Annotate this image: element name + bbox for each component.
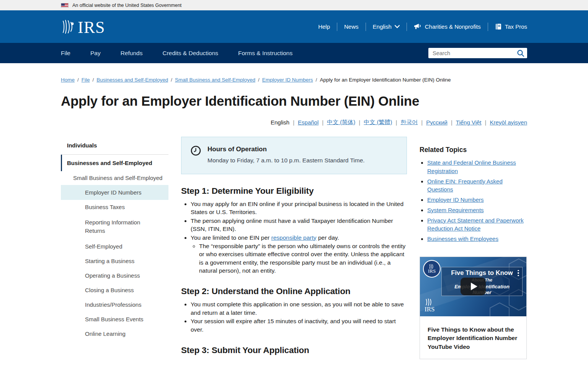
related-link-system-requirements[interactable]: System Requirements	[427, 207, 484, 213]
gov-banner-text: An official website of the United States…	[72, 3, 181, 8]
sidebar-item-individuals[interactable]: Individuals	[61, 137, 168, 155]
language-link-chinese-simplified[interactable]: 中文 (简体)	[327, 119, 355, 126]
book-icon	[495, 23, 502, 30]
chevron-down-icon	[395, 25, 400, 28]
sidebar-item-employer-id-numbers[interactable]: Employer ID Numbers	[61, 185, 168, 200]
megaphone-icon	[414, 23, 422, 30]
divider	[337, 23, 337, 31]
sidebar-item-closing-a-business[interactable]: Closing a Business	[61, 283, 168, 298]
language-link-chinese-traditional[interactable]: 中文 (繁體)	[364, 119, 392, 126]
divider	[366, 23, 366, 31]
sidebar-item-operating-a-business[interactable]: Operating a Business	[61, 268, 168, 283]
language-row: English | Español | 中文 (简体) | 中文 (繁體) | …	[61, 119, 527, 126]
sidebar-item-industries-professions[interactable]: Industries/Professions	[61, 298, 168, 312]
language-link-russian[interactable]: Русский	[426, 119, 448, 126]
language-selector[interactable]: English	[373, 23, 400, 30]
video-thumbnail[interactable]: Five Things to Know About The Employer I…	[420, 257, 526, 316]
step1-bullet: You may apply for an EIN online if your …	[191, 200, 407, 216]
nav-item-credits-deductions[interactable]: Credits & Deductions	[162, 50, 218, 57]
step1-bullet: The person applying online must have a v…	[191, 217, 407, 233]
breadcrumb-file[interactable]: File	[82, 77, 90, 83]
irs-circle-logo: IRS	[423, 260, 441, 278]
related-link-online-ein-faq[interactable]: Online EIN: Frequently Asked Questions	[427, 178, 503, 193]
nav-item-file[interactable]: File	[61, 50, 70, 57]
nav-item-pay[interactable]: Pay	[90, 50, 101, 57]
clock-icon	[191, 146, 201, 164]
hours-title: Hours of Operation	[207, 146, 365, 153]
gov-banner: An official website of the United States…	[0, 0, 588, 10]
header-link-charities[interactable]: Charities & Nonprofits	[414, 23, 481, 30]
sidebar-item-small-business-events[interactable]: Small Business Events	[61, 312, 168, 327]
related-link-state-federal[interactable]: State and Federal Online Business Regist…	[427, 159, 516, 174]
language-link-haitian[interactable]: Kreyòl ayisyen	[490, 119, 527, 126]
nav-item-forms-instructions[interactable]: Forms & Instructions	[238, 50, 292, 57]
step3-heading: Step 3: Submit Your Application	[181, 345, 407, 355]
breadcrumb-small-business[interactable]: Small Business and Self-Employed	[175, 77, 255, 83]
step1-sub-bullet: The “responsible party” is the person wh…	[199, 242, 407, 275]
header-link-news[interactable]: News	[344, 23, 359, 30]
language-link-vietnamese[interactable]: Tiếng Việt	[456, 119, 482, 126]
irs-wordmark: IRS	[78, 20, 105, 34]
page-title: Apply for an Employer Identification Num…	[61, 93, 527, 109]
irs-logo-small: IRS	[425, 298, 434, 312]
breadcrumb: Home/File/Businesses and Self-Employed/S…	[61, 77, 527, 83]
step1-list: You may apply for an EIN online if your …	[181, 200, 407, 275]
video-thumb-title: Five Things to Know	[446, 269, 518, 276]
search-input[interactable]	[428, 48, 527, 58]
divider	[407, 23, 407, 31]
main-nav: File Pay Refunds Credits & Deductions Fo…	[0, 43, 588, 63]
language-current: English	[271, 119, 289, 126]
sidebar-item-online-learning[interactable]: Online Learning	[61, 327, 168, 341]
sidebar-item-businesses[interactable]: Businesses and Self-Employed	[61, 155, 168, 171]
related-link-businesses-with-employees[interactable]: Businesses with Employees	[427, 236, 498, 242]
sidebar-item-small-business[interactable]: Small Business and Self-Employed	[61, 171, 168, 185]
responsible-party-link[interactable]: responsible party	[271, 234, 317, 241]
video-card: Five Things to Know About The Employer I…	[420, 257, 527, 359]
breadcrumb-current: Apply for an Employer Identification Num…	[320, 77, 451, 83]
step1-heading: Step 1: Determine Your Eligibility	[181, 186, 407, 196]
sidebar-item-reporting-information-returns[interactable]: Reporting Information Returns	[61, 214, 168, 239]
main-content: Hours of Operation Monday to Friday, 7 a…	[181, 137, 407, 359]
hours-of-operation-box: Hours of Operation Monday to Friday, 7 a…	[181, 137, 407, 174]
step2-bullet: You must complete this application in on…	[191, 300, 407, 317]
irs-eagle-icon	[61, 19, 76, 35]
language-link-espanol[interactable]: Español	[298, 119, 318, 126]
search-icon[interactable]	[516, 49, 525, 57]
related-topics-panel: Related Topics State and Federal Online …	[420, 137, 527, 359]
related-link-privacy-act[interactable]: Privacy Act Statement and Paperwork Redu…	[427, 217, 524, 232]
nav-item-refunds[interactable]: Refunds	[121, 50, 143, 57]
step2-list: You must complete this application in on…	[181, 300, 407, 334]
related-topics-heading: Related Topics	[420, 146, 527, 154]
related-link-employer-id-numbers[interactable]: Employer ID Numbers	[427, 196, 484, 203]
hours-text: Monday to Friday, 7 a.m. to 10 p.m. East…	[207, 157, 365, 164]
video-caption: Five Things to Know about the Employer I…	[420, 316, 526, 359]
step2-bullet: Your session will expire after 15 minute…	[191, 317, 407, 334]
step1-bullet: You are limited to one EIN per responsib…	[191, 234, 407, 275]
sidebar: Individuals Businesses and Self-Employed…	[61, 137, 168, 359]
sidebar-item-business-taxes[interactable]: Business Taxes	[61, 200, 168, 214]
step2-heading: Step 2: Understand the Online Applicatio…	[181, 286, 407, 296]
divider	[488, 23, 488, 31]
header-link-taxpros[interactable]: Tax Pros	[495, 23, 527, 30]
breadcrumb-home[interactable]: Home	[61, 77, 75, 83]
kebab-menu-icon[interactable]	[518, 270, 519, 278]
header-link-help[interactable]: Help	[318, 23, 330, 30]
irs-logo[interactable]: IRS	[61, 19, 105, 35]
language-link-korean[interactable]: 한국어	[400, 119, 418, 126]
breadcrumb-businesses[interactable]: Businesses and Self-Employed	[96, 77, 168, 83]
sidebar-item-self-employed[interactable]: Self-Employed	[61, 239, 168, 254]
site-header: IRS Help News English	[0, 10, 588, 43]
us-flag-icon	[61, 3, 69, 8]
play-button-icon[interactable]	[461, 278, 486, 295]
breadcrumb-ein[interactable]: Employer ID Numbers	[262, 77, 313, 83]
sidebar-item-starting-a-business[interactable]: Starting a Business	[61, 254, 168, 268]
